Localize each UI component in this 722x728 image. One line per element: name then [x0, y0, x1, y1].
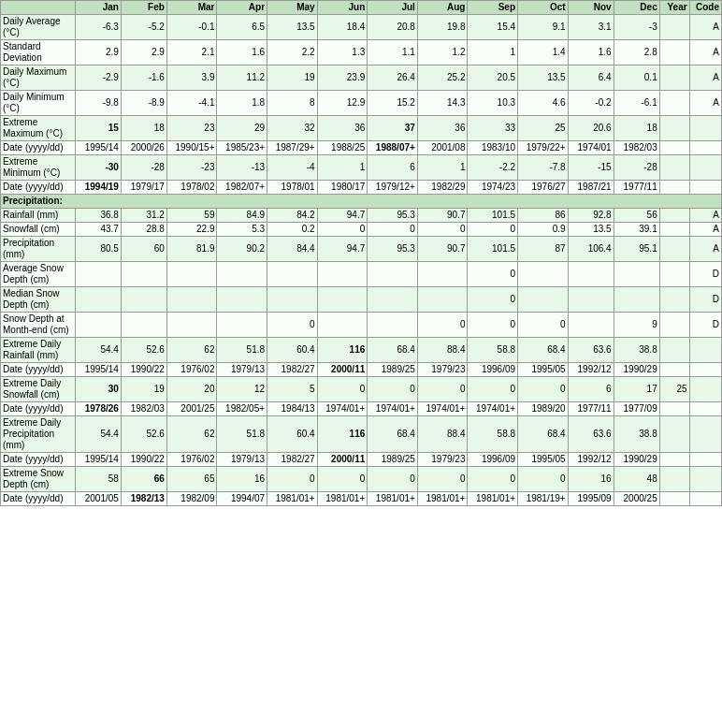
data-cell: 1976/27 — [518, 181, 569, 195]
data-cell: 1995/14 — [75, 453, 121, 467]
data-cell: 1995/05 — [518, 453, 569, 467]
data-cell: 15.4 — [468, 15, 518, 40]
section-label: Precipitation: — [1, 195, 722, 209]
data-cell: 19 — [267, 66, 318, 91]
data-cell: 90.7 — [417, 209, 468, 223]
data-cell: 1 — [417, 155, 468, 181]
data-cell: 0 — [468, 467, 518, 492]
table-row: Precipitation (mm)80.56081.990.284.494.7… — [1, 237, 722, 262]
data-cell: 116 — [317, 338, 368, 363]
data-cell: 18.4 — [317, 15, 368, 40]
data-cell: 0 — [317, 377, 368, 402]
data-cell: 9 — [614, 313, 659, 338]
table-row: Precipitation: — [1, 195, 722, 209]
table-row: Average Snow Depth (cm)0D — [1, 262, 722, 287]
row-label-cell: Daily Minimum (°C) — [1, 91, 76, 116]
data-cell: 95.3 — [368, 209, 418, 223]
data-cell: 15 — [75, 116, 121, 141]
data-cell: 1982/29 — [417, 181, 468, 195]
data-cell: 1 — [468, 40, 518, 66]
column-header-oct: Oct — [518, 1, 569, 15]
data-cell: 25 — [659, 377, 689, 402]
data-cell — [659, 237, 689, 262]
data-cell: 0 — [417, 377, 468, 402]
data-cell: 1990/29 — [614, 453, 659, 467]
data-cell: -4 — [267, 155, 318, 181]
data-cell: 1976/02 — [166, 453, 217, 467]
data-cell: 1976/02 — [166, 363, 217, 377]
data-cell: 1995/05 — [518, 363, 569, 377]
data-cell: 1982/09 — [166, 492, 217, 506]
data-cell: 20.8 — [368, 15, 418, 40]
data-cell: 1979/23 — [417, 453, 468, 467]
row-label-cell: Standard Deviation — [1, 40, 76, 66]
data-cell: 1994/19 — [75, 181, 121, 195]
data-cell: 48 — [614, 467, 659, 492]
data-cell: 0 — [518, 467, 569, 492]
data-cell: 0 — [468, 262, 518, 287]
data-cell: 68.4 — [518, 416, 569, 453]
data-cell — [689, 363, 721, 377]
data-cell: 84.2 — [267, 209, 318, 223]
data-cell: 29 — [217, 116, 267, 141]
data-cell: 1.6 — [568, 40, 614, 66]
data-cell: 9.1 — [518, 15, 569, 40]
data-cell — [659, 116, 689, 141]
data-cell: 1979/13 — [217, 363, 267, 377]
column-header-jul: Jul — [368, 1, 418, 15]
data-cell: 56 — [614, 209, 659, 223]
data-cell: 1989/25 — [368, 363, 418, 377]
data-cell: 1992/12 — [568, 453, 614, 467]
data-cell: 106.4 — [568, 237, 614, 262]
data-cell: 84.4 — [267, 237, 318, 262]
data-cell: 13.5 — [267, 15, 318, 40]
row-label-cell: Daily Average (°C) — [1, 15, 76, 40]
column-header-mar: Mar — [166, 1, 217, 15]
table-row: Extreme Minimum (°C)-30-28-23-13-4161-2.… — [1, 155, 722, 181]
data-cell: 19 — [121, 377, 166, 402]
data-cell: 1984/13 — [267, 402, 318, 416]
data-cell: -15 — [568, 155, 614, 181]
data-cell: 6 — [568, 377, 614, 402]
data-cell: 6 — [368, 155, 418, 181]
data-cell: D — [689, 262, 721, 287]
data-cell: 1982/03 — [614, 141, 659, 155]
data-cell — [217, 313, 267, 338]
data-cell: 1.8 — [217, 91, 267, 116]
data-cell: 1994/07 — [217, 492, 267, 506]
data-cell: 68.4 — [518, 338, 569, 363]
data-cell — [689, 377, 721, 402]
column-header-feb: Feb — [121, 1, 166, 15]
data-cell: 59 — [166, 209, 217, 223]
data-cell — [217, 287, 267, 313]
data-cell: 1.1 — [368, 40, 418, 66]
data-cell: -4.1 — [166, 91, 217, 116]
data-cell: 23.9 — [317, 66, 368, 91]
data-cell: 1982/27 — [267, 363, 318, 377]
data-cell: 1995/09 — [568, 492, 614, 506]
data-cell: 1.3 — [317, 40, 368, 66]
data-cell — [121, 313, 166, 338]
data-cell: 13.5 — [518, 66, 569, 91]
data-cell — [659, 262, 689, 287]
data-cell: -0.1 — [166, 15, 217, 40]
data-cell: 18 — [121, 116, 166, 141]
data-cell: 1974/23 — [468, 181, 518, 195]
data-cell — [614, 287, 659, 313]
data-cell — [568, 287, 614, 313]
data-cell — [368, 287, 418, 313]
data-cell: 0 — [417, 467, 468, 492]
data-cell: 36.8 — [75, 209, 121, 223]
row-label-header — [1, 1, 76, 15]
row-label-cell: Date (yyyy/dd) — [1, 363, 76, 377]
data-cell: 38.8 — [614, 338, 659, 363]
data-cell: 13.5 — [568, 223, 614, 237]
data-cell: 12.9 — [317, 91, 368, 116]
data-cell: 20 — [166, 377, 217, 402]
data-cell: 20.5 — [468, 66, 518, 91]
data-cell: A — [689, 237, 721, 262]
data-cell: 1981/19+ — [518, 492, 569, 506]
header-row: JanFebMarAprMayJunJulAugSepOctNovDecYear… — [1, 1, 722, 15]
data-cell: 1983/10 — [468, 141, 518, 155]
data-cell: 1978/26 — [75, 402, 121, 416]
